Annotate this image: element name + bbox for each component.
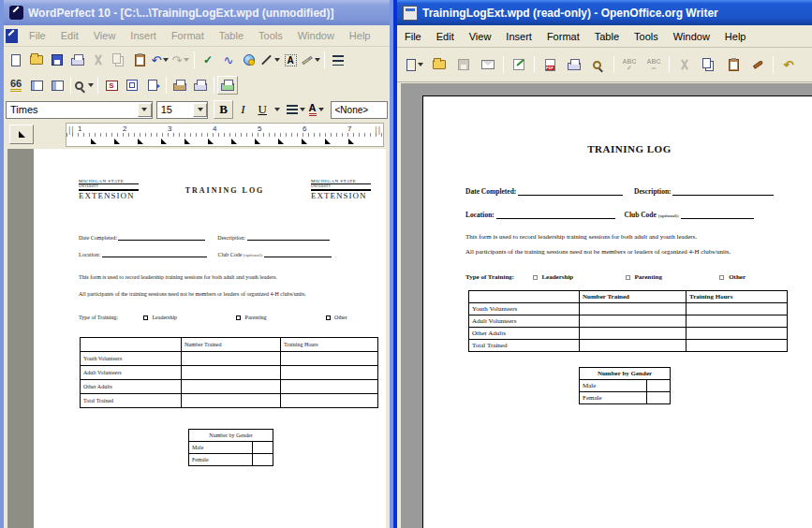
value-cell[interactable] — [687, 315, 788, 328]
paste-icon[interactable] — [721, 53, 746, 76]
horizontal-ruler[interactable]: || || 1 2 3 4 5 6 7 — [66, 123, 384, 147]
parenting-checkbox[interactable] — [626, 275, 630, 280]
print-icon[interactable] — [562, 53, 586, 76]
format-paintbrush-icon[interactable] — [746, 53, 770, 76]
wp-menu-window[interactable]: Window — [290, 28, 342, 43]
oo-menu-table[interactable]: Table — [587, 29, 627, 44]
oo-menu-view[interactable]: View — [462, 29, 499, 44]
page-setup-icon[interactable] — [142, 76, 163, 95]
oo-menu-tools[interactable]: Tools — [627, 29, 666, 44]
spellcheck-icon[interactable]: ABC✓ — [617, 53, 642, 76]
value-cell[interactable] — [182, 394, 281, 408]
hyperlink-globe-icon[interactable] — [239, 51, 259, 69]
oo-menu-edit[interactable]: Edit — [429, 29, 462, 44]
value-cell[interactable] — [281, 366, 378, 380]
other-checkbox[interactable] — [719, 275, 724, 280]
value-cell[interactable] — [182, 366, 281, 380]
parenting-checkbox[interactable] — [236, 315, 241, 320]
paragraph-style-select[interactable]: <None> — [331, 101, 389, 119]
value-cell[interactable] — [647, 392, 671, 404]
wp-menu-format[interactable]: Format — [164, 28, 212, 43]
oo-menu-window[interactable]: Window — [666, 29, 717, 44]
value-cell[interactable] — [281, 352, 378, 366]
tile-view-icon[interactable] — [26, 76, 47, 95]
value-cell[interactable] — [687, 303, 788, 315]
printer-icon[interactable] — [190, 76, 211, 95]
export-pdf-icon[interactable] — [538, 53, 562, 76]
value-cell[interactable] — [253, 442, 273, 454]
spell-book-icon[interactable]: S — [101, 76, 122, 95]
font-face-select[interactable]: Times — [6, 101, 153, 119]
new-icon[interactable] — [403, 53, 427, 76]
copy-icon[interactable] — [109, 51, 129, 69]
italic-button[interactable]: I — [233, 100, 253, 119]
leadership-checkbox[interactable] — [533, 275, 538, 280]
value-cell[interactable] — [182, 352, 281, 366]
value-cell[interactable] — [281, 380, 378, 394]
value-cell[interactable] — [580, 303, 687, 315]
page-preview-icon[interactable] — [586, 53, 611, 76]
save-icon[interactable] — [451, 53, 476, 76]
fit-page-icon[interactable] — [122, 76, 142, 95]
cascade-view-icon[interactable] — [47, 76, 67, 95]
font-face-dropdown-button[interactable] — [138, 103, 152, 117]
email-icon[interactable] — [476, 53, 500, 76]
tab-selector-button[interactable] — [9, 125, 34, 144]
wp-menu-help[interactable]: Help — [342, 28, 378, 43]
cut-icon[interactable] — [88, 51, 109, 69]
value-cell[interactable] — [580, 315, 687, 328]
value-cell[interactable] — [580, 328, 687, 340]
paste-icon[interactable] — [129, 51, 150, 69]
wp-menu-file[interactable]: File — [22, 28, 53, 43]
print-icon[interactable] — [67, 51, 88, 69]
copy-icon[interactable] — [697, 53, 721, 76]
auto-spellcheck-icon[interactable]: ABC∼ — [642, 53, 666, 76]
oo-titlebar[interactable]: TrainingLogExt.wpd (read-only) - OpenOff… — [397, 0, 812, 25]
wp-document-icon[interactable] — [6, 29, 18, 43]
font-color-icon[interactable]: A — [306, 100, 327, 119]
highlight-icon[interactable] — [301, 51, 321, 69]
tab-stops-row[interactable] — [66, 139, 383, 146]
wp-menu-insert[interactable]: Insert — [123, 28, 164, 43]
edit-file-icon[interactable] — [507, 53, 531, 76]
print-status-icon[interactable] — [217, 76, 238, 95]
redo-icon[interactable]: ↷ — [170, 51, 191, 69]
print-history-icon[interactable] — [170, 76, 190, 95]
undo-icon[interactable]: ↶ — [150, 51, 170, 69]
bullets-icon[interactable] — [328, 51, 348, 69]
open-icon[interactable] — [427, 53, 451, 76]
underline-button[interactable]: U — [253, 100, 273, 119]
value-cell[interactable] — [182, 380, 281, 394]
oo-menu-format[interactable]: Format — [539, 29, 587, 44]
quickformat-icon[interactable]: ✓ — [198, 51, 218, 69]
value-cell[interactable] — [281, 394, 378, 408]
cut-icon[interactable] — [672, 53, 697, 76]
justification-icon[interactable] — [286, 100, 306, 119]
draw-line-icon[interactable] — [259, 51, 280, 69]
wp-menu-table[interactable]: Table — [212, 28, 251, 43]
value-cell[interactable] — [687, 340, 788, 352]
oo-document-page[interactable]: TRAINING LOG Date Completed: Description… — [422, 95, 812, 528]
value-cell[interactable] — [253, 454, 273, 466]
value-cell[interactable] — [647, 380, 671, 392]
font-size-select[interactable]: 15 — [156, 101, 209, 119]
reveal-codes-icon[interactable]: 66 — [6, 76, 26, 95]
oo-menu-help[interactable]: Help — [717, 29, 754, 44]
wp-menu-view[interactable]: View — [86, 28, 124, 43]
zoom-icon[interactable] — [74, 76, 95, 95]
oo-menu-file[interactable]: File — [397, 29, 429, 44]
wp-menu-edit[interactable]: Edit — [53, 28, 86, 43]
draw-pen-icon[interactable]: ∿ — [218, 51, 239, 69]
wp-titlebar[interactable]: WordPerfect 10 - [C:\...\TrainingLogExt.… — [4, 0, 390, 25]
wp-menu-tools[interactable]: Tools — [251, 28, 290, 43]
wp-document-page[interactable]: MICHIGAN STATE UNIVERSITY EXTENSION TRAI… — [34, 149, 386, 528]
undo-icon[interactable]: ↶ — [776, 53, 801, 76]
value-cell[interactable] — [580, 340, 687, 352]
underline-dropdown-arrow[interactable] — [274, 108, 280, 111]
font-size-dropdown-button[interactable] — [193, 103, 207, 117]
value-cell[interactable] — [687, 328, 788, 340]
new-icon[interactable] — [6, 51, 26, 69]
open-icon[interactable] — [26, 51, 47, 69]
bold-button[interactable]: B — [214, 100, 233, 119]
leadership-checkbox[interactable] — [143, 315, 148, 320]
